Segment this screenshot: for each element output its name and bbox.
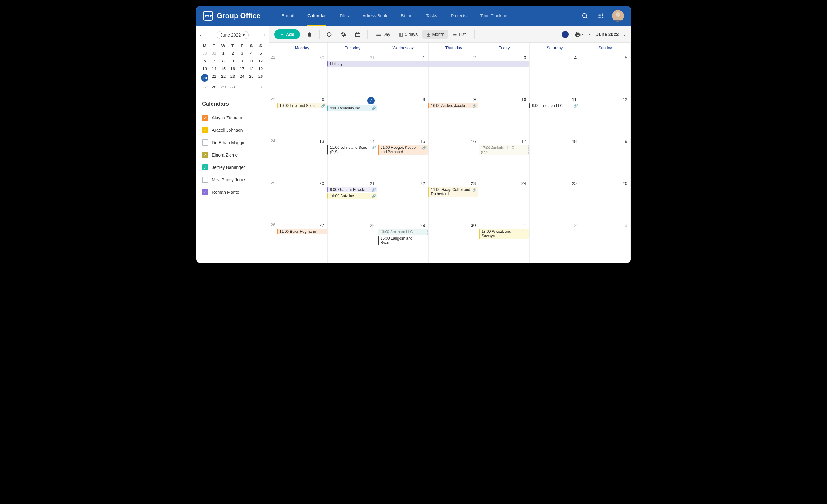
day-cell[interactable]: 1411:00 Johns and Sons (R,S)🔗 xyxy=(328,137,378,178)
mini-day[interactable]: 1 xyxy=(219,49,228,57)
event[interactable]: 16:00 Anders-Jacobi🔗 xyxy=(428,103,478,109)
event[interactable]: 11:00 Haag, Collier and Rutherford🔗 xyxy=(428,187,478,197)
day-cell[interactable]: 26 xyxy=(580,179,631,221)
view-day[interactable]: ▬Day xyxy=(373,30,394,39)
more-vert-icon[interactable]: ⋮ xyxy=(258,100,263,107)
mini-day[interactable]: 29 xyxy=(219,83,228,91)
nav-adress-book[interactable]: Adress Book xyxy=(356,6,394,26)
day-cell[interactable]: 3 xyxy=(479,53,530,95)
mini-day[interactable]: 17 xyxy=(237,65,247,72)
calendar-item[interactable]: ✓Araceli Johnson xyxy=(202,124,263,136)
mini-day[interactable]: 19 xyxy=(256,65,265,72)
calendar-item[interactable]: ✓Elnora Zieme xyxy=(202,149,263,161)
day-cell[interactable]: 18 xyxy=(530,137,580,178)
mini-day[interactable]: 5 xyxy=(256,49,265,57)
view-list[interactable]: ☰List xyxy=(449,30,469,39)
checkbox-icon[interactable] xyxy=(202,139,208,146)
mini-day[interactable]: 9 xyxy=(228,57,237,65)
checkbox-icon[interactable]: ✓ xyxy=(202,164,208,170)
mini-day[interactable]: 27 xyxy=(200,83,209,91)
day-cell[interactable]: 30 xyxy=(429,221,479,263)
day-cell[interactable]: 610:00 Littel and Sons🔗 xyxy=(277,95,328,137)
add-button[interactable]: ＋ Add xyxy=(274,30,300,39)
calendar-item[interactable]: ✓Jeffrey Bahringer xyxy=(202,161,263,174)
checkbox-icon[interactable] xyxy=(202,177,208,183)
day-cell[interactable]: 118:00 Wisozk and Sawayn xyxy=(479,221,530,263)
day-cell[interactable]: 79:00 Reynolds Inc🔗 xyxy=(328,95,378,137)
event[interactable]: 9:00 Reynolds Inc🔗 xyxy=(327,105,377,111)
event[interactable]: 11:00 Johns and Sons (R,S)🔗 xyxy=(327,145,377,155)
mini-day[interactable]: 11 xyxy=(247,57,256,65)
day-cell[interactable]: 2 xyxy=(429,53,479,95)
day-cell[interactable]: 2711:00 Beier-Hegmann xyxy=(277,221,328,263)
mini-next-icon[interactable]: › xyxy=(264,33,265,38)
event[interactable]: 11:00 Beier-Hegmann xyxy=(277,229,327,234)
event[interactable]: 13:00 Smitham LLC xyxy=(378,229,428,235)
event[interactable]: 16:00 Langosh and Ryan xyxy=(378,236,428,245)
mini-day[interactable]: 25 xyxy=(247,72,256,83)
mini-day[interactable]: 30 xyxy=(200,49,209,57)
mini-day[interactable]: 30 xyxy=(228,83,237,91)
nav-files[interactable]: Files xyxy=(333,6,356,26)
day-cell[interactable]: 2 xyxy=(530,221,580,263)
day-cell[interactable]: 10 xyxy=(479,95,530,137)
day-cell[interactable]: 13 xyxy=(277,137,328,178)
mini-day[interactable]: 15 xyxy=(219,65,228,72)
view-month[interactable]: ▦Month xyxy=(423,30,448,39)
day-cell[interactable]: 916:00 Anders-Jacobi🔗 xyxy=(429,95,479,137)
day-cell[interactable]: 1521:00 Hoeger, Koepp and Bernhard🔗 xyxy=(378,137,429,178)
day-cell[interactable]: 2913:00 Smitham LLC16:00 Langosh and Rya… xyxy=(378,221,429,263)
mini-day[interactable]: 22 xyxy=(219,72,228,83)
calendar-item[interactable]: Dr. Ethan Maggio xyxy=(202,136,263,149)
day-cell[interactable]: 19 xyxy=(580,137,631,178)
mini-day[interactable]: 18 xyxy=(247,65,256,72)
event[interactable]: 21:00 Hoeger, Koepp and Bernhard🔗 xyxy=(378,145,428,155)
day-cell[interactable]: 28 xyxy=(328,221,378,263)
settings-icon[interactable] xyxy=(339,30,348,39)
print-icon[interactable]: ▾ xyxy=(574,30,583,39)
toolbar-prev-icon[interactable]: ‹ xyxy=(589,32,591,37)
calendar-item[interactable]: ✓Roman Mante xyxy=(202,186,263,199)
delete-icon[interactable] xyxy=(305,30,314,39)
checkbox-icon[interactable]: ✓ xyxy=(202,189,208,195)
day-cell[interactable]: 20 xyxy=(277,179,328,221)
day-cell[interactable]: 31Holiday xyxy=(328,53,378,95)
nav-calendar[interactable]: Calendar xyxy=(301,6,333,26)
mini-prev-icon[interactable]: ‹ xyxy=(200,33,202,38)
mini-day[interactable]: 8 xyxy=(219,57,228,65)
mini-day[interactable]: 3 xyxy=(237,49,247,57)
nav-tasks[interactable]: Tasks xyxy=(419,6,444,26)
day-cell[interactable]: 30 xyxy=(277,53,328,95)
today-icon[interactable] xyxy=(353,30,362,39)
event[interactable]: 17:00 Jaskolski LLC (R,S) xyxy=(479,145,529,155)
day-cell[interactable]: 16 xyxy=(429,137,479,178)
event[interactable]: 10:00 Littel and Sons🔗 xyxy=(277,103,327,109)
avatar[interactable] xyxy=(612,10,624,22)
mini-day[interactable]: 2 xyxy=(228,49,237,57)
mini-day[interactable]: 24 xyxy=(237,72,247,83)
mini-day[interactable]: 6 xyxy=(200,57,209,65)
day-cell[interactable]: 2311:00 Haag, Collier and Rutherford🔗 xyxy=(429,179,479,221)
mini-day[interactable]: 4 xyxy=(247,49,256,57)
mini-day[interactable]: 13 xyxy=(200,65,209,72)
mini-day[interactable]: 31 xyxy=(209,49,219,57)
mini-day[interactable]: 14 xyxy=(209,65,219,72)
mini-month-button[interactable]: June 2022 ▾ xyxy=(216,31,249,39)
nav-projects[interactable]: Projects xyxy=(444,6,473,26)
calendar-item[interactable]: ✓Alayna Ziemann xyxy=(202,112,263,124)
toolbar-next-icon[interactable]: › xyxy=(624,32,626,37)
mini-day[interactable]: 10 xyxy=(237,57,247,65)
event[interactable]: 16:00 Batz Inc🔗 xyxy=(327,193,377,199)
apps-icon[interactable] xyxy=(596,11,606,21)
mini-day[interactable]: 3 xyxy=(256,83,265,91)
nav-billing[interactable]: Billing xyxy=(394,6,419,26)
event[interactable]: 18:00 Wisozk and Sawayn xyxy=(479,229,529,239)
mini-day[interactable]: 16 xyxy=(228,65,237,72)
day-cell[interactable]: 22 xyxy=(378,179,429,221)
day-cell[interactable]: 5 xyxy=(580,53,631,95)
day-cell[interactable]: 25 xyxy=(530,179,580,221)
day-cell[interactable]: 219:00 Graham-Bowski🔗16:00 Batz Inc🔗 xyxy=(328,179,378,221)
mini-day[interactable]: 7 xyxy=(209,57,219,65)
view-5-days[interactable]: ▥5 days xyxy=(395,30,421,39)
mini-day[interactable]: 1 xyxy=(237,83,247,91)
